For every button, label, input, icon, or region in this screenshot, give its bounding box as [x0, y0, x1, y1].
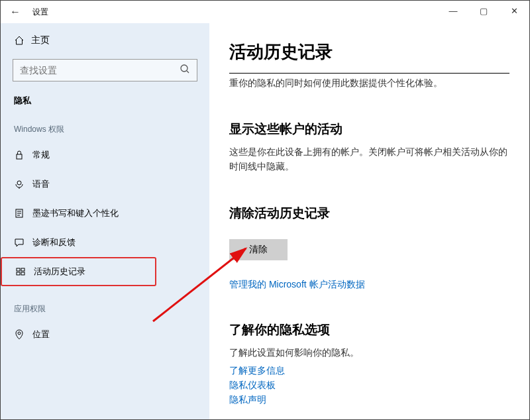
svg-point-0	[181, 65, 187, 72]
svg-line-1	[187, 71, 189, 73]
clear-heading: 清除活动历史记录	[229, 205, 509, 222]
sidebar-section-privacy: 隐私	[1, 88, 209, 112]
privacy-dashboard-link[interactable]: 隐私仪表板	[229, 380, 509, 392]
sidebar-item-diagnostics[interactable]: 诊断和反馈	[1, 228, 209, 257]
page-title: 活动历史记录	[229, 40, 509, 64]
search-icon	[180, 64, 190, 77]
accounts-heading: 显示这些帐户的活动	[229, 121, 509, 138]
learn-subtext: 了解此设置如何影响你的隐私。	[229, 345, 509, 360]
svg-point-12	[18, 332, 21, 335]
content-panel: 活动历史记录 重你的隐私的同时如何使用此数据提供个性化体验。 显示这些帐户的活动…	[209, 23, 529, 419]
sidebar-item-location[interactable]: 位置	[1, 320, 209, 349]
sidebar-item-label: 活动历史记录	[34, 266, 85, 278]
svg-rect-10	[17, 272, 20, 275]
accounts-desc: 这些是你在此设备上拥有的帐户。关闭帐户可将帐户相关活动从你的时间线中隐藏。	[229, 144, 509, 174]
svg-point-3	[17, 181, 21, 185]
sidebar-item-general[interactable]: 常规	[1, 140, 209, 170]
sidebar-home-label: 主页	[31, 34, 50, 46]
speech-icon	[14, 179, 32, 189]
sidebar-section-winperm: Windows 权限	[1, 112, 209, 140]
sidebar-item-label: 位置	[32, 329, 50, 341]
sidebar-item-label: 墨迹书写和键入个性化	[32, 207, 119, 219]
location-icon	[14, 329, 32, 340]
svg-rect-2	[17, 154, 22, 159]
feedback-icon	[14, 237, 32, 248]
clear-button[interactable]: 清除	[229, 239, 288, 260]
timeline-icon	[15, 266, 34, 277]
sidebar-item-label: 语音	[32, 178, 50, 190]
sidebar-home[interactable]: 主页	[1, 26, 209, 55]
learn-heading: 了解你的隐私选项	[229, 321, 509, 339]
sidebar-item-activity-history[interactable]: 活动历史记录	[1, 257, 156, 286]
home-icon	[14, 35, 31, 46]
sidebar-item-speech[interactable]: 语音	[1, 170, 209, 199]
sidebar-section-appperm: 应用权限	[1, 286, 209, 320]
svg-rect-11	[21, 272, 25, 275]
clipboard-icon	[14, 208, 32, 219]
svg-rect-9	[21, 268, 25, 271]
svg-rect-8	[17, 268, 20, 271]
lock-icon	[14, 150, 32, 160]
search-input[interactable]	[20, 65, 180, 76]
back-button[interactable]: ←	[10, 6, 28, 18]
sidebar: 主页 隐私 Windows 权限 常规 语音 墨迹书写和键入个性化	[1, 23, 209, 419]
manage-account-link[interactable]: 管理我的 Microsoft 帐户活动数据	[229, 279, 509, 291]
search-input-container[interactable]	[13, 59, 197, 81]
minimize-button[interactable]: —	[438, 1, 468, 21]
sidebar-item-label: 常规	[32, 149, 50, 161]
privacy-statement-link[interactable]: 隐私声明	[229, 394, 509, 406]
window-title: 设置	[32, 7, 48, 18]
sidebar-item-ink[interactable]: 墨迹书写和键入个性化	[1, 199, 209, 228]
sidebar-item-label: 诊断和反馈	[32, 236, 76, 248]
maximize-button[interactable]: ▢	[468, 1, 499, 21]
intro-text: 重你的隐私的同时如何使用此数据提供个性化体验。	[229, 73, 509, 90]
close-button[interactable]: ✕	[499, 1, 529, 21]
learn-more-link[interactable]: 了解更多信息	[229, 365, 509, 377]
